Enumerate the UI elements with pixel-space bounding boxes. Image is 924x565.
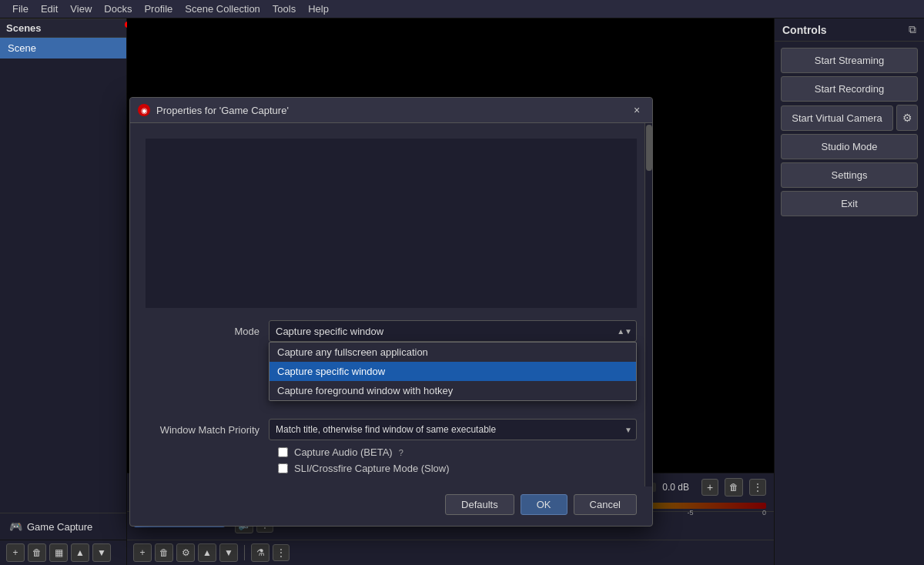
dialog-scrollbar[interactable] <box>644 123 652 486</box>
menu-docks[interactable]: Docks <box>98 2 138 16</box>
scene-item-scene[interactable]: Scene <box>0 38 126 59</box>
slicrossfire-row: SLI/Crossfire Capture Mode (Slow) <box>146 463 637 474</box>
exit-button[interactable]: Exit <box>781 191 918 216</box>
source-settings-button[interactable]: ⚙ <box>176 543 195 562</box>
mode-label: Mode <box>146 326 269 337</box>
mode-select[interactable]: Capture specific window <box>269 320 637 342</box>
right-panel: Controls ⧉ Start Streaming Start Recordi… <box>774 18 924 565</box>
menu-tools[interactable]: Tools <box>266 2 302 16</box>
dropdown-option-fullscreen[interactable]: Capture any fullscreen application <box>270 343 636 362</box>
start-streaming-button[interactable]: Start Streaming <box>781 48 918 73</box>
capture-audio-checkbox[interactable] <box>278 447 288 457</box>
studio-mode-button[interactable]: Studio Mode <box>781 134 918 159</box>
controls-title: Controls <box>782 24 827 36</box>
mode-dropdown: Capture any fullscreen application Captu… <box>269 342 637 401</box>
capture-audio-row: Capture Audio (BETA) ? <box>146 446 637 458</box>
dropdown-option-foreground[interactable]: Capture foreground window with hotkey <box>270 381 636 400</box>
add-scene-button[interactable]: + <box>6 543 25 562</box>
menu-profile[interactable]: Profile <box>138 2 179 16</box>
remove-audio-button[interactable]: 🗑 <box>725 478 743 496</box>
menu-help[interactable]: Help <box>302 2 335 16</box>
window-match-label: Window Match Priority <box>146 424 269 436</box>
scenes-header: Scenes <box>0 18 126 38</box>
mode-row: Mode Capture specific window ▲▼ Capture … <box>146 320 637 342</box>
window-match-select[interactable]: Match title, otherwise find window of sa… <box>269 419 637 440</box>
source-up-button[interactable]: ▲ <box>198 543 216 562</box>
scene-toolbar: + 🗑 ▦ ▲ ▼ <box>0 540 126 565</box>
filter-scene-button[interactable]: ▦ <box>49 543 68 562</box>
add-source-button[interactable]: + <box>133 543 152 562</box>
menu-view[interactable]: View <box>64 2 98 16</box>
dialog-close-button[interactable]: × <box>629 102 644 118</box>
dialog-content: Mode Capture specific window ▲▼ Capture … <box>130 123 652 486</box>
scene-filter-button[interactable]: ⚗ <box>251 543 270 562</box>
pop-out-icon[interactable]: ⧉ <box>909 23 916 36</box>
add-audio-button[interactable]: + <box>701 479 718 496</box>
ok-button[interactable]: OK <box>521 494 567 515</box>
dialog-title: Properties for 'Game Capture' <box>156 105 629 116</box>
menu-file[interactable]: File <box>6 2 35 16</box>
dialog-icon: ◉ <box>138 104 150 116</box>
menubar: File Edit View Docks Profile Scene Colle… <box>0 0 924 18</box>
settings-button[interactable]: Settings <box>781 162 918 188</box>
source-item-game-capture[interactable]: 🎮 Game Capture <box>3 517 123 537</box>
slicrossfire-label: SLI/Crossfire Capture Mode (Slow) <box>294 463 450 474</box>
controls-buttons: Start Streaming Start Recording Start Vi… <box>775 42 924 222</box>
virtual-camera-settings-button[interactable]: ⚙ <box>896 105 918 131</box>
virtual-camera-row: Start Virtual Camera ⚙ <box>781 105 918 131</box>
sources-toolbar: + 🗑 ⚙ ▲ ▼ ⚗ ⋮ <box>127 540 774 565</box>
source-down-button[interactable]: ▼ <box>219 543 238 562</box>
cancel-button[interactable]: Cancel <box>574 494 637 515</box>
move-scene-up-button[interactable]: ▲ <box>71 543 89 562</box>
mode-control: Capture specific window ▲▼ Capture any f… <box>269 320 637 342</box>
start-recording-button[interactable]: Start Recording <box>781 76 918 102</box>
capture-audio-label: Capture Audio (BETA) <box>294 446 393 458</box>
slicrossfire-checkbox[interactable] <box>278 463 288 473</box>
audio-db: 0.0 dB <box>662 482 689 493</box>
dropdown-option-specific[interactable]: Capture specific window <box>270 362 636 381</box>
dialog-footer: Defaults OK Cancel <box>130 486 652 526</box>
properties-dialog: ◉ Properties for 'Game Capture' × Mode C… <box>129 97 653 527</box>
source-label: Game Capture <box>27 521 92 533</box>
window-match-row: Window Match Priority Match title, other… <box>146 419 637 440</box>
left-sidebar: Scenes Scene 🎮 Game Capture + 🗑 ▦ ▲ ▼ <box>0 18 127 565</box>
more-options-button[interactable]: ⋮ <box>273 544 290 561</box>
menu-edit[interactable]: Edit <box>35 2 64 16</box>
toolbar-separator <box>244 545 245 560</box>
move-scene-down-button[interactable]: ▼ <box>92 543 111 562</box>
start-virtual-camera-button[interactable]: Start Virtual Camera <box>781 105 893 131</box>
menu-scene-collection[interactable]: Scene Collection <box>179 2 266 16</box>
remove-source-button[interactable]: 🗑 <box>155 543 173 562</box>
controls-header: Controls ⧉ <box>775 18 924 42</box>
audio-options-button[interactable]: ⋮ <box>749 479 766 496</box>
window-match-control: Match title, otherwise find window of sa… <box>269 419 637 440</box>
scrollbar-thumb <box>646 125 652 171</box>
capture-audio-info-icon[interactable]: ? <box>399 448 403 457</box>
remove-scene-button[interactable]: 🗑 <box>28 543 46 562</box>
dialog-titlebar: ◉ Properties for 'Game Capture' × <box>130 98 652 123</box>
game-capture-icon: 🎮 <box>9 520 22 533</box>
defaults-button[interactable]: Defaults <box>445 494 514 515</box>
dialog-preview-spacer <box>146 139 637 308</box>
